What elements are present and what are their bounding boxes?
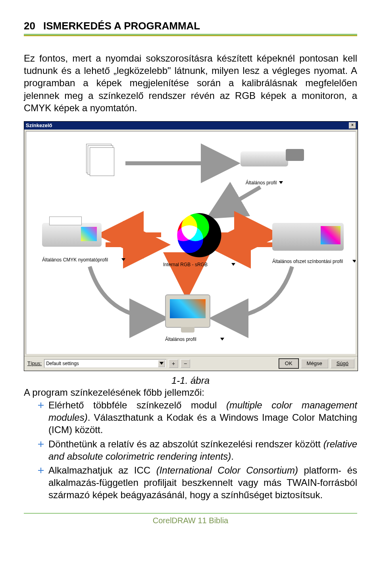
dialog-bottom-bar: Típus: Default settings + − OK Mégse Súg…: [24, 356, 358, 371]
monitor-icon: [165, 294, 210, 328]
scanner-profile-label: Általános profil: [246, 180, 277, 186]
type-label: Típus:: [27, 360, 42, 366]
list-item: Alkalmazhatjuk az ICC (International Col…: [38, 464, 357, 501]
dropdown-icon[interactable]: [121, 258, 125, 261]
type-combo-value: Default settings: [46, 361, 79, 366]
section-title: ISMERKEDÉS A PROGRAMMAL: [43, 20, 200, 32]
printer-icon: [42, 223, 102, 247]
color-management-dialog: Színkezelő ×: [24, 121, 358, 371]
add-button[interactable]: +: [169, 359, 178, 368]
printer-node[interactable]: Általános CMYK nyomtatóprofil: [42, 223, 125, 263]
dialog-titlebar[interactable]: Színkezelő ×: [24, 122, 358, 130]
body-paragraph: Ez fontos, mert a nyomdai sokszorosításr…: [24, 52, 357, 114]
scanner-node[interactable]: Általános profil: [241, 151, 288, 186]
page-number: 20: [24, 20, 35, 32]
dropdown-icon[interactable]: [231, 263, 235, 266]
internal-rgb-node[interactable]: Internal RGB - sRGB: [163, 211, 235, 267]
feature-list: Elérhető többféle színkezelő modul (mult…: [38, 399, 357, 501]
close-icon[interactable]: ×: [349, 122, 356, 129]
list-item: Elérhető többféle színkezelő modul (mult…: [38, 399, 357, 436]
venn-icon: [163, 211, 235, 259]
press-profile-label: Általános ofszet színbontási profil: [272, 259, 343, 264]
type-combo[interactable]: Default settings: [44, 359, 166, 368]
documents-icon: [90, 147, 114, 176]
dropdown-icon[interactable]: [352, 260, 356, 263]
press-icon: [272, 223, 344, 251]
help-button[interactable]: Súgó: [331, 359, 354, 368]
monitor-profile-label: Általános profil: [165, 337, 196, 342]
header-rule: [24, 34, 357, 36]
page-footer: CorelDRAW 11 Biblia: [24, 513, 357, 525]
chevron-down-icon[interactable]: [158, 360, 165, 367]
press-node[interactable]: Általános ofszet színbontási profil: [272, 223, 356, 264]
dialog-body: Általános profil Internal RGB - sRGB Ált…: [26, 131, 356, 354]
figure-caption: 1-1. ábra: [24, 375, 357, 386]
dropdown-icon[interactable]: [279, 181, 283, 184]
monitor-node[interactable]: Általános profil: [165, 294, 224, 342]
cancel-button[interactable]: Mégse: [301, 359, 328, 368]
list-intro: A program színkezelésének főbb jellemzői…: [24, 387, 357, 398]
list-item: Dönthetünk a relatív és az abszolút szín…: [38, 438, 357, 462]
dropdown-icon[interactable]: [220, 338, 224, 340]
ok-button[interactable]: OK: [279, 359, 298, 368]
remove-button[interactable]: −: [181, 359, 190, 368]
scanner-icon: [241, 151, 288, 166]
internal-rgb-label: Internal RGB - sRGB: [163, 262, 208, 267]
dialog-title-text: Színkezelő: [26, 122, 52, 128]
printer-profile-label: Általános CMYK nyomtatóprofil: [42, 257, 108, 263]
